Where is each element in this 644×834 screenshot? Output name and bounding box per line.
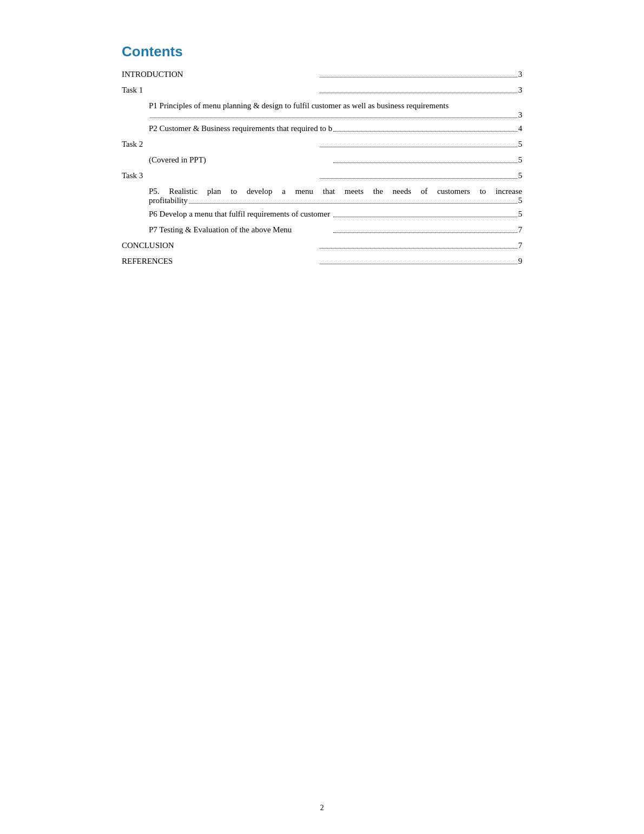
footer-page-number: 2 — [89, 804, 555, 812]
toc-page-p2: 4 — [518, 124, 523, 133]
toc-dots-p6 — [333, 217, 517, 217]
toc-covered-ppt: (Covered in PPT) 5 — [122, 155, 522, 165]
toc-page-covered-ppt: 5 — [518, 155, 523, 165]
toc-dots-p2 — [333, 131, 517, 132]
toc-task3: Task 3 5 — [122, 171, 522, 180]
toc-page-p7: 7 — [518, 225, 523, 234]
toc-page-task1: 3 — [518, 86, 523, 95]
toc-label-conclusion: CONCLUSION — [122, 241, 319, 250]
toc-p5-line1: P5. Realistic plan to develop a menu tha… — [149, 187, 522, 196]
toc-task1: Task 1 3 — [122, 86, 522, 95]
toc-label-task2: Task 2 — [122, 140, 319, 149]
toc-dots-task1 — [320, 93, 517, 93]
toc-page-introduction: 3 — [518, 70, 523, 79]
toc-page-conclusion: 7 — [518, 241, 523, 250]
toc-p1-line1: P1 Principles of menu planning & design … — [149, 101, 522, 110]
toc-p2: P2 Customer & Business requirements that… — [122, 124, 522, 133]
toc-page-task2: 5 — [518, 140, 523, 149]
toc-p1-container: P1 Principles of menu planning & design … — [122, 101, 522, 120]
toc-dots-introduction — [320, 77, 517, 77]
toc-dots-p5 — [189, 203, 517, 204]
toc-page-p1: 3 — [518, 110, 523, 120]
toc-references: REFERENCES 9 — [122, 257, 522, 266]
toc-label-p2: P2 Customer & Business requirements that… — [149, 124, 332, 133]
toc-dots-references — [320, 264, 517, 264]
toc-label-p7: P7 Testing & Evaluation of the above Men… — [149, 225, 332, 234]
toc-page-task3: 5 — [518, 171, 523, 180]
toc-label-p1: P1 Principles of menu planning & design … — [149, 101, 522, 110]
toc-label-introduction: INTRODUCTION — [122, 70, 319, 79]
toc-label-task1: Task 1 — [122, 86, 319, 95]
toc-p5-line2: profitability 5 — [149, 196, 522, 205]
toc-label-task3: Task 3 — [122, 171, 319, 180]
toc-p5-container: P5. Realistic plan to develop a menu tha… — [122, 187, 522, 205]
toc-dots-p1 — [150, 118, 517, 118]
toc-p1-line2: 3 — [149, 110, 522, 120]
toc-label-p5-line1: P5. Realistic plan to develop a menu tha… — [149, 187, 522, 196]
toc-p7: P7 Testing & Evaluation of the above Men… — [122, 225, 522, 234]
toc-label-p6: P6 Develop a menu that fulfil requiremen… — [149, 210, 332, 219]
toc-page-references: 9 — [518, 257, 523, 266]
toc-page-p5: 5 — [518, 196, 523, 205]
toc-label-p5-line2: profitability — [149, 196, 188, 205]
toc-introduction: INTRODUCTION 3 — [122, 70, 522, 79]
toc-task2: Task 2 5 — [122, 140, 522, 149]
toc-dots-task2 — [320, 147, 517, 147]
toc-dots-conclusion — [320, 248, 517, 249]
toc-label-covered-ppt: (Covered in PPT) — [149, 155, 332, 165]
toc-dots-task3 — [320, 178, 517, 179]
toc-dots-covered-ppt — [333, 162, 517, 163]
toc-dots-p7 — [333, 232, 517, 233]
toc-page-p6: 5 — [518, 210, 523, 219]
toc-label-references: REFERENCES — [122, 257, 319, 266]
toc-conclusion: CONCLUSION 7 — [122, 241, 522, 250]
document-page: Contents INTRODUCTION 3 Task 1 3 P1 Prin… — [89, 0, 555, 834]
contents-title: Contents — [122, 43, 522, 60]
toc-p6: P6 Develop a menu that fulfil requiremen… — [122, 210, 522, 219]
